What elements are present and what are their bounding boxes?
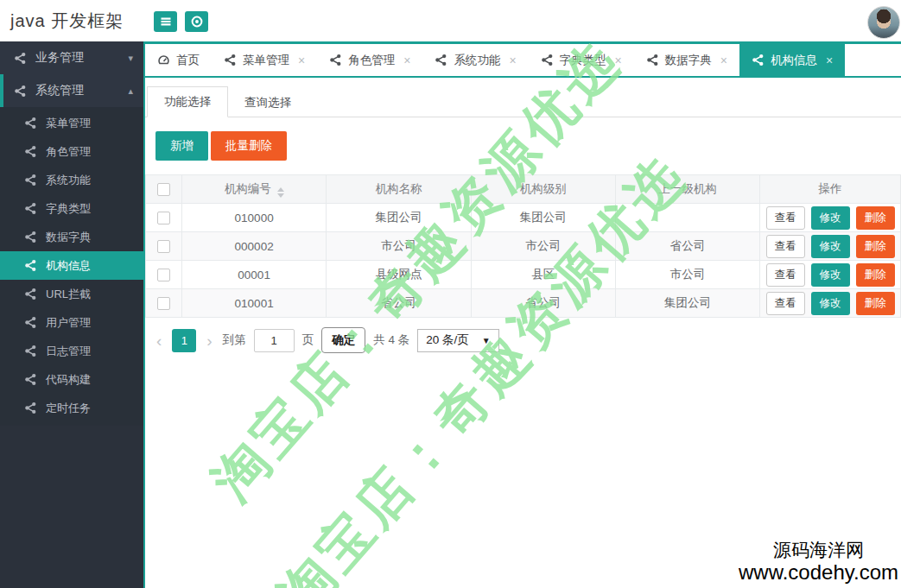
cell-org-name: 集团公司 (327, 204, 471, 232)
cell-org-name: 省公司 (327, 289, 471, 318)
share-icon (752, 54, 765, 66)
tab-close-icon[interactable]: × (509, 54, 516, 67)
delete-button[interactable]: 删除 (856, 292, 895, 315)
share-icon (24, 345, 37, 357)
view-button[interactable]: 查看 (766, 206, 805, 230)
tab-close-icon[interactable]: × (615, 54, 622, 67)
tab-dict-type[interactable]: 字典类型 × (529, 44, 634, 76)
column-label: 机构级别 (520, 182, 567, 195)
sidebar-item-role-mgmt[interactable]: 角色管理 (0, 137, 143, 166)
tab-menu-mgmt[interactable]: 菜单管理 × (212, 44, 317, 76)
subtab-query-select[interactable]: 查询选择 (228, 88, 308, 117)
share-icon (24, 231, 37, 243)
tab-label: 首页 (176, 53, 200, 68)
share-icon (435, 54, 447, 66)
view-button[interactable]: 查看 (766, 292, 805, 315)
tab-close-icon[interactable]: × (720, 54, 727, 67)
row-checkbox[interactable] (157, 240, 170, 253)
delete-button[interactable]: 删除 (856, 206, 895, 230)
batch-delete-button[interactable]: 批量删除 (211, 131, 287, 161)
sidebar-item-label: 用户管理 (46, 315, 91, 331)
sidebar-item-label: 代码构建 (46, 372, 91, 388)
sidebar-item-log-mgmt[interactable]: 日志管理 (0, 337, 143, 365)
sidebar-item-menu-mgmt[interactable]: 菜单管理 (0, 109, 143, 137)
sidebar-item-system-func[interactable]: 系统功能 (0, 166, 143, 194)
quick-action-button[interactable] (185, 11, 208, 32)
cell-org-code: 000002 (182, 232, 327, 261)
table-toolbar: 新增 批量删除 (155, 131, 901, 161)
row-checkbox[interactable] (157, 212, 170, 224)
tab-role-mgmt[interactable]: 角色管理 × (317, 44, 422, 76)
edit-button[interactable]: 修改 (811, 235, 850, 258)
sidebar-item-data-dict[interactable]: 数据字典 (0, 223, 143, 251)
delete-button[interactable]: 删除 (856, 263, 895, 287)
sidebar-item-label: 定时任务 (46, 401, 91, 416)
sidebar-item-business-mgmt[interactable]: 业务管理 ▾ (0, 41, 143, 74)
column-header-org-code[interactable]: 机构编号 (182, 175, 327, 204)
view-button[interactable]: 查看 (766, 263, 805, 287)
share-icon (24, 316, 37, 329)
tab-data-dict[interactable]: 数据字典 × (634, 44, 739, 76)
tab-org-info[interactable]: 机构信息 × (739, 44, 845, 76)
select-all-checkbox[interactable] (157, 183, 170, 196)
tab-close-icon[interactable]: × (403, 54, 410, 67)
page-number-button[interactable]: 1 (172, 329, 196, 352)
app-logo: java 开发框架 (10, 0, 124, 41)
edit-button[interactable]: 修改 (811, 263, 850, 287)
total-count-label: 共 4 条 (373, 332, 409, 348)
add-button[interactable]: 新增 (155, 131, 208, 161)
share-icon (224, 54, 237, 66)
sidebar-item-label: 日志管理 (46, 344, 91, 359)
sidebar-item-org-info[interactable]: 机构信息 (0, 251, 143, 280)
share-icon (329, 54, 342, 66)
chevron-down-icon: ▼ (482, 336, 491, 345)
panel-subtabs: 功能选择 查询选择 (145, 86, 901, 117)
cell-org-level: 市公司 (471, 232, 615, 261)
tab-close-icon[interactable]: × (826, 54, 833, 67)
delete-button[interactable]: 删除 (856, 235, 895, 258)
tab-home[interactable]: 首页 (145, 44, 212, 76)
tab-label: 系统功能 (454, 53, 500, 68)
view-button[interactable]: 查看 (766, 235, 805, 258)
row-checkbox[interactable] (157, 269, 170, 281)
column-label: 机构编号 (225, 182, 271, 195)
row-checkbox[interactable] (157, 297, 170, 310)
sidebar-item-url-intercept[interactable]: URL拦截 (0, 280, 143, 308)
sidebar-item-label: 菜单管理 (46, 116, 91, 131)
site-branding: 源码海洋网 www.codehy.com (739, 540, 898, 585)
table-row: 010001 省公司 省公司 集团公司 查看 修改 删除 (146, 289, 901, 318)
column-label: 上一级机构 (658, 182, 717, 195)
sort-icon[interactable] (277, 187, 284, 198)
dot-circle-icon (190, 15, 204, 28)
prev-page-icon[interactable]: ‹ (154, 332, 164, 349)
page-size-value: 20 条/页 (426, 332, 469, 348)
top-header: java 开发框架 (0, 0, 901, 41)
share-icon (24, 373, 37, 386)
subtab-function-select[interactable]: 功能选择 (147, 86, 228, 117)
sidebar-toggle-button[interactable] (154, 11, 177, 32)
column-header-parent-org: 上一级机构 (615, 175, 759, 204)
sidebar-item-label: 业务管理 (35, 50, 84, 66)
sidebar-item-system-mgmt[interactable]: 系统管理 ▴ (0, 74, 143, 107)
cell-parent-org (615, 204, 759, 232)
edit-button[interactable]: 修改 (811, 292, 850, 315)
tab-label: 数据字典 (665, 53, 712, 68)
page-size-select[interactable]: 20 条/页 ▼ (417, 329, 498, 352)
site-url: www.codehy.com (739, 560, 898, 585)
site-name: 源码海洋网 (739, 540, 898, 560)
column-header-org-level: 机构级别 (471, 175, 615, 204)
tab-close-icon[interactable]: × (298, 54, 305, 67)
sidebar-item-scheduled-task[interactable]: 定时任务 (0, 394, 143, 422)
next-page-icon[interactable]: › (204, 332, 214, 349)
goto-page-input[interactable] (254, 329, 295, 352)
confirm-button[interactable]: 确定 (321, 327, 365, 353)
table-row: 000002 市公司 市公司 省公司 查看 修改 删除 (146, 232, 901, 261)
sidebar-item-user-mgmt[interactable]: 用户管理 (0, 308, 143, 337)
cell-org-code: 010000 (182, 204, 327, 232)
edit-button[interactable]: 修改 (811, 206, 850, 230)
sidebar-item-dict-type[interactable]: 字典类型 (0, 194, 143, 223)
user-avatar[interactable] (867, 6, 900, 39)
sidebar-item-label: 角色管理 (46, 144, 91, 160)
sidebar-item-code-build[interactable]: 代码构建 (0, 365, 143, 394)
tab-system-func[interactable]: 系统功能 × (422, 44, 528, 76)
